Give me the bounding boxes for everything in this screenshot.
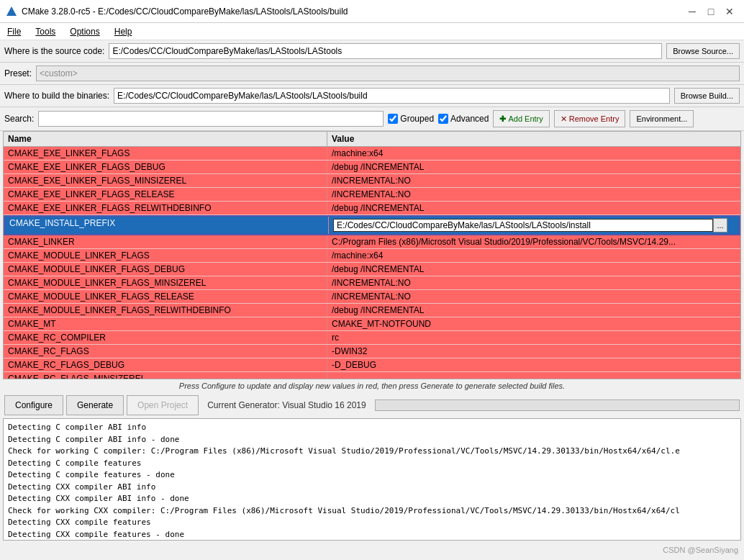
generator-text: Current Generator: Visual Studio 16 2019 [207, 400, 366, 410]
log-line: Detecting CXX compiler ABI info [8, 482, 736, 494]
x-icon: ✕ [561, 114, 567, 124]
open-project-button: Open Project [127, 395, 199, 415]
table-row[interactable]: CMAKE_INSTALL_PREFIX... [4, 215, 740, 235]
table-row[interactable]: CMAKE_RC_FLAGS_MINSIZEREL [4, 372, 740, 379]
menu-tools[interactable]: Tools [31, 25, 60, 38]
table-row[interactable]: CMAKE_LINKERC:/Program Files (x86)/Micro… [4, 235, 740, 249]
table-row[interactable]: CMAKE_EXE_LINKER_FLAGS_RELEASE/INCREMENT… [4, 188, 740, 202]
configure-button[interactable]: Configure [4, 395, 63, 415]
cell-name: CMAKE_RC_FLAGS_DEBUG [4, 358, 327, 371]
table-header: Name Value [4, 132, 740, 147]
search-label: Search: [4, 114, 34, 124]
column-header-name: Name [4, 132, 327, 146]
browse-build-button[interactable]: Browse Build... [674, 88, 740, 104]
selected-value-input[interactable] [333, 219, 713, 232]
search-input[interactable] [38, 111, 384, 127]
table-row[interactable]: CMAKE_RC_COMPILERrc [4, 331, 740, 345]
build-input[interactable] [114, 88, 670, 104]
log-area: Detecting C compiler ABI infoDetecting C… [3, 418, 741, 541]
cell-value: -DWIN32 [327, 345, 740, 358]
cell-name: CMAKE_EXE_LINKER_FLAGS_DEBUG [4, 161, 327, 173]
grouped-checkbox[interactable] [388, 114, 398, 124]
source-label: Where is the source code: [4, 46, 104, 56]
maximize-button[interactable]: □ [702, 4, 720, 19]
cell-value: /machine:x64 [327, 147, 740, 160]
table-row[interactable]: CMAKE_EXE_LINKER_FLAGS/machine:x64 [4, 147, 740, 161]
cell-value: /debug /INCREMENTAL [327, 304, 740, 317]
cell-name: CMAKE_MT [4, 317, 327, 330]
cell-value: -D_DEBUG [327, 358, 740, 371]
cell-value: /INCREMENTAL:NO [327, 174, 740, 187]
table-row[interactable]: CMAKE_MODULE_LINKER_FLAGS_RELEASE/INCREM… [4, 290, 740, 304]
cell-value [327, 372, 740, 379]
log-line: Detecting C compiler ABI info - done [8, 434, 736, 446]
build-row: Where to build the binaries: Browse Buil… [0, 85, 744, 107]
progress-bar [375, 399, 740, 411]
preset-label: Preset: [4, 68, 32, 78]
log-line: Detecting C compile features [8, 458, 736, 470]
table-row[interactable]: CMAKE_MODULE_LINKER_FLAGS_RELWITHDEBINFO… [4, 304, 740, 317]
cell-value: /debug /INCREMENTAL [327, 202, 740, 214]
table-row[interactable]: CMAKE_RC_FLAGS_DEBUG-D_DEBUG [4, 358, 740, 372]
cell-name: CMAKE_EXE_LINKER_FLAGS_MINSIZEREL [4, 174, 327, 187]
remove-entry-button[interactable]: ✕ Remove Entry [554, 110, 626, 127]
cell-value: /INCREMENTAL:NO [327, 188, 740, 201]
status-text: Press Configure to update and display ne… [0, 379, 744, 392]
source-input[interactable] [109, 43, 662, 59]
minimize-button[interactable]: ─ [684, 4, 701, 19]
table-row[interactable]: CMAKE_MTCMAKE_MT-NOTFOUND [4, 317, 740, 331]
cell-value: CMAKE_MT-NOTFOUND [327, 317, 740, 330]
selected-dots-button[interactable]: ... [713, 218, 727, 232]
column-header-value: Value [327, 132, 740, 146]
cell-name: CMAKE_LINKER [4, 235, 327, 248]
title-bar-text: CMake 3.28.0-rc5 - E:/Codes/CC/CloudComp… [22, 6, 684, 17]
table-row[interactable]: CMAKE_EXE_LINKER_FLAGS_MINSIZEREL/INCREM… [4, 174, 740, 188]
browse-source-button[interactable]: Browse Source... [666, 43, 740, 59]
table-body: CMAKE_EXE_LINKER_FLAGS/machine:x64CMAKE_… [4, 147, 740, 379]
menu-bar: File Tools Options Help [0, 23, 744, 40]
table-row[interactable]: CMAKE_EXE_LINKER_FLAGS_RELWITHDEBINFO/de… [4, 202, 740, 215]
action-buttons-row: Configure Generate Open Project Current … [0, 392, 744, 418]
table-row[interactable]: CMAKE_MODULE_LINKER_FLAGS/machine:x64 [4, 249, 740, 263]
cell-value: /debug /INCREMENTAL [327, 263, 740, 276]
generate-button[interactable]: Generate [66, 395, 124, 415]
preset-input[interactable] [36, 66, 740, 81]
cell-value: /INCREMENTAL:NO [327, 290, 740, 303]
table-row[interactable]: CMAKE_EXE_LINKER_FLAGS_DEBUG/debug /INCR… [4, 161, 740, 174]
cell-value: /debug /INCREMENTAL [327, 161, 740, 173]
cmake-table: Name Value CMAKE_EXE_LINKER_FLAGS/machin… [3, 131, 741, 379]
menu-options[interactable]: Options [65, 25, 104, 38]
log-line: Detecting C compile features - done [8, 469, 736, 482]
cell-name: CMAKE_EXE_LINKER_FLAGS [4, 147, 327, 160]
cell-value: C:/Program Files (x86)/Microsoft Visual … [327, 235, 740, 248]
title-bar-controls: ─ □ ✕ [684, 4, 738, 19]
preset-row: Preset: [0, 63, 744, 85]
cell-name: CMAKE_MODULE_LINKER_FLAGS [4, 249, 327, 262]
menu-file[interactable]: File [3, 25, 25, 38]
watermark: CSDN @SeanSiyang [663, 546, 738, 554]
log-line: Check for working C compiler: C:/Program… [8, 446, 736, 458]
advanced-checkbox-label[interactable]: Advanced [438, 114, 489, 124]
cell-name: CMAKE_MODULE_LINKER_FLAGS_MINSIZEREL [4, 276, 327, 289]
grouped-checkbox-label[interactable]: Grouped [388, 114, 434, 124]
cell-name: CMAKE_RC_FLAGS [4, 345, 327, 358]
cell-name: CMAKE_MODULE_LINKER_FLAGS_RELWITHDEBINFO [4, 304, 327, 317]
advanced-checkbox[interactable] [438, 114, 448, 124]
environment-button[interactable]: Environment... [630, 110, 694, 127]
cell-value: ... [329, 217, 739, 234]
table-row[interactable]: CMAKE_MODULE_LINKER_FLAGS_MINSIZEREL/INC… [4, 276, 740, 290]
menu-help[interactable]: Help [110, 25, 137, 38]
log-line: Detecting C compiler ABI info [8, 422, 736, 434]
table-row[interactable]: CMAKE_MODULE_LINKER_FLAGS_DEBUG/debug /I… [4, 263, 740, 276]
grouped-label: Grouped [400, 114, 434, 124]
close-button[interactable]: ✕ [721, 4, 738, 19]
title-bar: CMake 3.28.0-rc5 - E:/Codes/CC/CloudComp… [0, 0, 744, 23]
add-entry-button[interactable]: ✚ Add Entry [493, 110, 549, 127]
cell-name: CMAKE_RC_COMPILER [4, 331, 327, 344]
table-row[interactable]: CMAKE_RC_FLAGS-DWIN32 [4, 345, 740, 358]
log-line: Detecting CXX compiler ABI info - done [8, 493, 736, 505]
cell-value: /machine:x64 [327, 249, 740, 262]
log-line: Check for working CXX compiler: C:/Progr… [8, 505, 736, 518]
search-row: Search: Grouped Advanced ✚ Add Entry ✕ R… [0, 107, 744, 131]
build-label: Where to build the binaries: [4, 91, 109, 101]
